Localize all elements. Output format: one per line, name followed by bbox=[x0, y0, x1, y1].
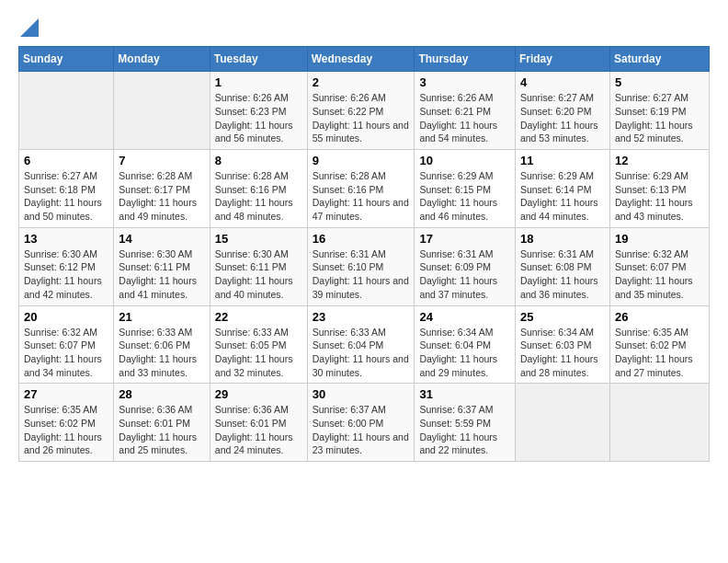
day-info: Sunrise: 6:30 AMSunset: 6:11 PMDaylight:… bbox=[119, 247, 204, 302]
page-header bbox=[18, 18, 710, 37]
day-info: Sunrise: 6:26 AMSunset: 6:21 PMDaylight:… bbox=[419, 91, 510, 145]
day-number: 31 bbox=[419, 387, 510, 401]
calendar-cell: 7Sunrise: 6:28 AMSunset: 6:17 PMDaylight… bbox=[114, 150, 210, 228]
calendar-cell: 4Sunrise: 6:27 AMSunset: 6:20 PMDaylight… bbox=[515, 72, 609, 150]
day-number: 11 bbox=[520, 154, 605, 167]
day-number: 26 bbox=[615, 310, 704, 324]
day-number: 9 bbox=[313, 154, 410, 167]
calendar-cell: 14Sunrise: 6:30 AMSunset: 6:11 PMDayligh… bbox=[114, 227, 210, 305]
day-info: Sunrise: 6:28 AMSunset: 6:16 PMDaylight:… bbox=[215, 169, 302, 224]
calendar-cell: 17Sunrise: 6:31 AMSunset: 6:09 PMDayligh… bbox=[415, 227, 516, 305]
calendar-cell: 23Sunrise: 6:33 AMSunset: 6:04 PMDayligh… bbox=[307, 305, 415, 384]
calendar-cell: 30Sunrise: 6:37 AMSunset: 6:00 PMDayligh… bbox=[307, 384, 415, 462]
day-info: Sunrise: 6:33 AMSunset: 6:05 PMDaylight:… bbox=[215, 326, 302, 380]
calendar-cell: 1Sunrise: 6:26 AMSunset: 6:23 PMDaylight… bbox=[210, 72, 307, 150]
day-number: 22 bbox=[215, 310, 302, 324]
day-number: 4 bbox=[520, 75, 605, 89]
day-info: Sunrise: 6:37 AMSunset: 6:00 PMDaylight:… bbox=[313, 403, 410, 457]
calendar-cell bbox=[114, 72, 210, 150]
calendar-table: Sunday Monday Tuesday Wednesday Thursday… bbox=[18, 46, 710, 462]
calendar-cell: 19Sunrise: 6:32 AMSunset: 6:07 PMDayligh… bbox=[609, 227, 709, 305]
day-number: 21 bbox=[119, 310, 204, 324]
calendar-cell: 12Sunrise: 6:29 AMSunset: 6:13 PMDayligh… bbox=[609, 150, 709, 228]
calendar-cell: 3Sunrise: 6:26 AMSunset: 6:21 PMDaylight… bbox=[415, 72, 516, 150]
day-number: 6 bbox=[24, 154, 108, 167]
day-info: Sunrise: 6:28 AMSunset: 6:16 PMDaylight:… bbox=[313, 169, 410, 224]
day-info: Sunrise: 6:30 AMSunset: 6:11 PMDaylight:… bbox=[215, 247, 302, 302]
day-info: Sunrise: 6:35 AMSunset: 6:02 PMDaylight:… bbox=[24, 403, 108, 457]
calendar-cell bbox=[609, 384, 709, 462]
day-info: Sunrise: 6:29 AMSunset: 6:13 PMDaylight:… bbox=[615, 169, 704, 224]
calendar-week: 1Sunrise: 6:26 AMSunset: 6:23 PMDaylight… bbox=[19, 72, 710, 150]
day-number: 23 bbox=[313, 310, 410, 324]
day-number: 16 bbox=[313, 232, 410, 246]
calendar-cell: 15Sunrise: 6:30 AMSunset: 6:11 PMDayligh… bbox=[210, 227, 307, 305]
day-number: 18 bbox=[520, 232, 605, 246]
day-info: Sunrise: 6:29 AMSunset: 6:14 PMDaylight:… bbox=[520, 169, 605, 224]
calendar-week: 6Sunrise: 6:27 AMSunset: 6:18 PMDaylight… bbox=[19, 150, 710, 228]
day-number: 1 bbox=[215, 75, 302, 89]
day-info: Sunrise: 6:31 AMSunset: 6:10 PMDaylight:… bbox=[313, 247, 410, 302]
col-tuesday: Tuesday bbox=[210, 47, 307, 72]
day-number: 24 bbox=[419, 310, 510, 324]
day-number: 8 bbox=[215, 154, 302, 167]
day-info: Sunrise: 6:31 AMSunset: 6:08 PMDaylight:… bbox=[520, 247, 605, 302]
day-number: 19 bbox=[615, 232, 704, 246]
col-saturday: Saturday bbox=[609, 47, 709, 72]
calendar-cell: 13Sunrise: 6:30 AMSunset: 6:12 PMDayligh… bbox=[19, 227, 114, 305]
calendar-cell bbox=[19, 72, 114, 150]
day-info: Sunrise: 6:27 AMSunset: 6:20 PMDaylight:… bbox=[520, 91, 605, 145]
calendar-cell: 24Sunrise: 6:34 AMSunset: 6:04 PMDayligh… bbox=[415, 305, 516, 384]
calendar-cell: 16Sunrise: 6:31 AMSunset: 6:10 PMDayligh… bbox=[307, 227, 415, 305]
calendar-cell: 5Sunrise: 6:27 AMSunset: 6:19 PMDaylight… bbox=[609, 72, 709, 150]
day-number: 13 bbox=[24, 232, 108, 246]
day-number: 10 bbox=[419, 154, 510, 167]
calendar-cell: 18Sunrise: 6:31 AMSunset: 6:08 PMDayligh… bbox=[515, 227, 609, 305]
calendar-week: 27Sunrise: 6:35 AMSunset: 6:02 PMDayligh… bbox=[19, 384, 710, 462]
day-info: Sunrise: 6:28 AMSunset: 6:17 PMDaylight:… bbox=[119, 169, 204, 224]
day-info: Sunrise: 6:36 AMSunset: 6:01 PMDaylight:… bbox=[119, 403, 204, 457]
col-wednesday: Wednesday bbox=[307, 47, 415, 72]
day-info: Sunrise: 6:30 AMSunset: 6:12 PMDaylight:… bbox=[24, 247, 108, 302]
day-info: Sunrise: 6:34 AMSunset: 6:03 PMDaylight:… bbox=[520, 326, 605, 380]
calendar-cell: 8Sunrise: 6:28 AMSunset: 6:16 PMDaylight… bbox=[210, 150, 307, 228]
day-number: 5 bbox=[615, 75, 704, 89]
day-number: 12 bbox=[615, 154, 704, 167]
days-of-week-row: Sunday Monday Tuesday Wednesday Thursday… bbox=[19, 47, 710, 72]
day-info: Sunrise: 6:33 AMSunset: 6:06 PMDaylight:… bbox=[119, 326, 204, 380]
calendar-cell: 25Sunrise: 6:34 AMSunset: 6:03 PMDayligh… bbox=[515, 305, 609, 384]
day-info: Sunrise: 6:27 AMSunset: 6:19 PMDaylight:… bbox=[615, 91, 704, 145]
day-number: 20 bbox=[24, 310, 108, 324]
day-info: Sunrise: 6:26 AMSunset: 6:23 PMDaylight:… bbox=[215, 91, 302, 145]
calendar-cell: 2Sunrise: 6:26 AMSunset: 6:22 PMDaylight… bbox=[307, 72, 415, 150]
day-info: Sunrise: 6:26 AMSunset: 6:22 PMDaylight:… bbox=[313, 91, 410, 145]
calendar-week: 13Sunrise: 6:30 AMSunset: 6:12 PMDayligh… bbox=[19, 227, 710, 305]
calendar-body: 1Sunrise: 6:26 AMSunset: 6:23 PMDaylight… bbox=[19, 72, 710, 462]
calendar-cell: 27Sunrise: 6:35 AMSunset: 6:02 PMDayligh… bbox=[19, 384, 114, 462]
day-number: 25 bbox=[520, 310, 605, 324]
day-info: Sunrise: 6:33 AMSunset: 6:04 PMDaylight:… bbox=[313, 326, 410, 380]
calendar-cell: 10Sunrise: 6:29 AMSunset: 6:15 PMDayligh… bbox=[415, 150, 516, 228]
day-info: Sunrise: 6:37 AMSunset: 5:59 PMDaylight:… bbox=[419, 403, 510, 457]
day-info: Sunrise: 6:32 AMSunset: 6:07 PMDaylight:… bbox=[615, 247, 704, 302]
day-number: 29 bbox=[215, 387, 302, 401]
day-number: 3 bbox=[419, 75, 510, 89]
calendar-header: Sunday Monday Tuesday Wednesday Thursday… bbox=[19, 47, 710, 72]
day-info: Sunrise: 6:31 AMSunset: 6:09 PMDaylight:… bbox=[419, 247, 510, 302]
day-number: 14 bbox=[119, 232, 204, 246]
day-number: 28 bbox=[119, 387, 204, 401]
day-number: 15 bbox=[215, 232, 302, 246]
day-number: 30 bbox=[313, 387, 410, 401]
calendar-cell: 28Sunrise: 6:36 AMSunset: 6:01 PMDayligh… bbox=[114, 384, 210, 462]
day-info: Sunrise: 6:29 AMSunset: 6:15 PMDaylight:… bbox=[419, 169, 510, 224]
day-info: Sunrise: 6:27 AMSunset: 6:18 PMDaylight:… bbox=[24, 169, 108, 224]
day-number: 27 bbox=[24, 387, 108, 401]
calendar-cell: 6Sunrise: 6:27 AMSunset: 6:18 PMDaylight… bbox=[19, 150, 114, 228]
day-info: Sunrise: 6:32 AMSunset: 6:07 PMDaylight:… bbox=[24, 326, 108, 380]
svg-marker-0 bbox=[20, 18, 39, 37]
calendar-cell: 21Sunrise: 6:33 AMSunset: 6:06 PMDayligh… bbox=[114, 305, 210, 384]
day-number: 17 bbox=[419, 232, 510, 246]
col-monday: Monday bbox=[114, 47, 210, 72]
calendar-cell: 11Sunrise: 6:29 AMSunset: 6:14 PMDayligh… bbox=[515, 150, 609, 228]
col-sunday: Sunday bbox=[19, 47, 114, 72]
